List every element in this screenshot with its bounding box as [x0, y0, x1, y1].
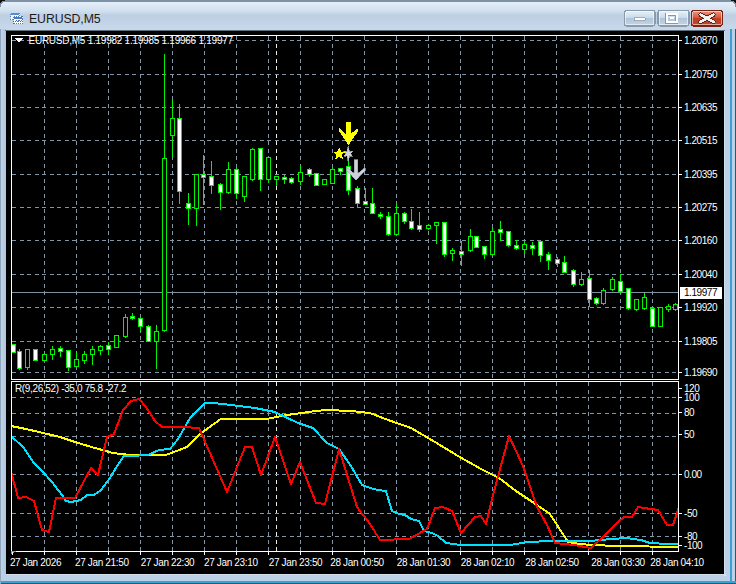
svg-text:100: 100	[684, 392, 700, 403]
svg-text:-100: -100	[684, 540, 703, 551]
svg-text:1.20040: 1.20040	[684, 269, 718, 280]
svg-text:1.19920: 1.19920	[684, 302, 718, 313]
svg-text:1.19977: 1.19977	[684, 287, 718, 298]
svg-text:27 Jan 21:50: 27 Jan 21:50	[75, 557, 129, 568]
svg-text:28 Jan 00:50: 28 Jan 00:50	[330, 557, 384, 568]
svg-text:1.20160: 1.20160	[684, 235, 718, 246]
svg-text:EURUSD,M5: EURUSD,M5	[29, 12, 101, 26]
svg-text:1.19690: 1.19690	[684, 367, 718, 378]
svg-text:27 Jan 2026: 27 Jan 2026	[10, 557, 62, 568]
svg-text:1.20275: 1.20275	[684, 202, 718, 213]
svg-text:1.20515: 1.20515	[684, 135, 718, 146]
svg-text:1.20395: 1.20395	[684, 169, 718, 180]
svg-text:27 Jan 22:30: 27 Jan 22:30	[141, 557, 195, 568]
svg-text:50: 50	[684, 429, 695, 440]
svg-text:0.00: 0.00	[684, 469, 703, 480]
svg-text:28 Jan 04:10: 28 Jan 04:10	[650, 557, 704, 568]
svg-text:EURUSD,M5 1.19982 1.19985 1.1: EURUSD,M5 1.19982 1.19985 1.19966 1.1997…	[29, 35, 234, 46]
svg-text:28 Jan 01:30: 28 Jan 01:30	[397, 557, 451, 568]
svg-text:R(9,26,52) -35.0 75.8 -27.2: R(9,26,52) -35.0 75.8 -27.2	[15, 383, 127, 394]
svg-text:28 Jan 02:50: 28 Jan 02:50	[525, 557, 579, 568]
svg-text:1.20870: 1.20870	[684, 35, 718, 46]
svg-text:27 Jan 23:10: 27 Jan 23:10	[204, 557, 258, 568]
svg-text:27 Jan 23:50: 27 Jan 23:50	[269, 557, 323, 568]
svg-text:80: 80	[684, 407, 695, 418]
svg-text:-50: -50	[684, 508, 698, 519]
svg-text:1.19805: 1.19805	[684, 336, 718, 347]
svg-text:1.20750: 1.20750	[684, 69, 718, 80]
svg-text:28 Jan 03:30: 28 Jan 03:30	[591, 557, 645, 568]
svg-text:1.20635: 1.20635	[684, 102, 718, 113]
svg-text:28 Jan 02:10: 28 Jan 02:10	[461, 557, 515, 568]
